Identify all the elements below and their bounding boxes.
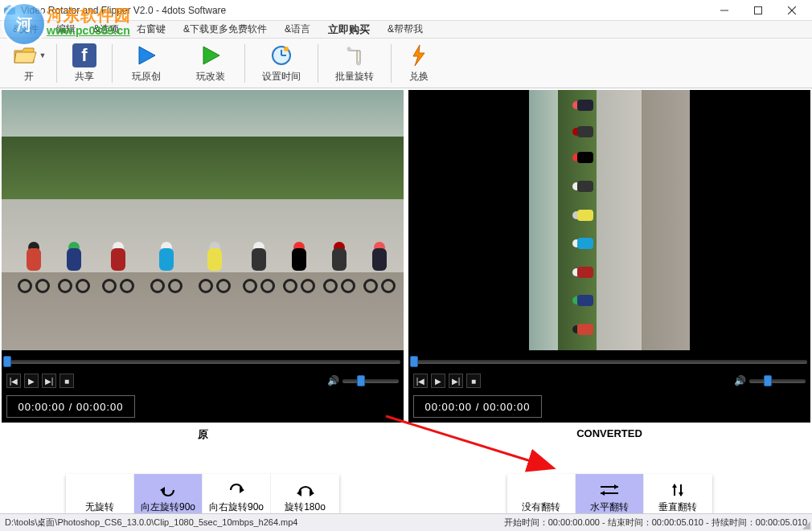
speaker-icon[interactable]: 🔊	[327, 375, 339, 386]
time-display-original: 00:00:00 / 00:00:00	[6, 395, 135, 418]
open-button[interactable]: ▼ 开	[3, 40, 55, 87]
rotate-right-icon	[226, 481, 247, 499]
flip-horizontal-icon	[598, 481, 621, 499]
menu-options[interactable]: &选项	[85, 21, 127, 38]
svg-marker-28	[672, 484, 677, 488]
facebook-icon: f	[72, 43, 97, 68]
resize-grip-icon[interactable]	[801, 520, 810, 529]
toolbar: ▼ 开 f 共享 玩原创 玩改装 设置时间 批量旋转	[0, 39, 812, 88]
minimize-button[interactable]	[707, 0, 741, 21]
play-modified-button[interactable]: 玩改装	[178, 40, 243, 87]
lightning-icon	[406, 43, 432, 68]
statusbar: D:\tools\桌面\Photoshop_CS6_13.0.0\Clip_10…	[0, 513, 812, 531]
next-button[interactable]: ▶|	[449, 374, 463, 388]
svg-rect-0	[4, 8, 15, 14]
menu-language[interactable]: &语言	[277, 21, 318, 38]
seekbar-converted[interactable]	[408, 352, 810, 370]
player-controls-original: |◀ ▶ ▶| ■ 🔊	[2, 371, 404, 390]
label-original: 原	[2, 423, 404, 447]
flip-vertical-icon	[669, 481, 687, 499]
prev-button[interactable]: |◀	[6, 374, 21, 388]
close-button[interactable]	[775, 0, 809, 21]
seekbar-original[interactable]	[2, 352, 404, 370]
svg-point-15	[357, 62, 361, 66]
video-panes: |◀ ▶ ▶| ■ 🔊 00:00:00 / 00:00:00	[0, 88, 812, 423]
play-blue-icon	[133, 43, 159, 68]
set-time-button[interactable]: 设置时间	[247, 40, 316, 87]
volume-slider[interactable]	[342, 379, 399, 383]
menu-file[interactable]: &文件	[5, 21, 47, 38]
convert-button[interactable]: 兑换	[393, 40, 445, 87]
stop-button[interactable]: ■	[466, 374, 481, 388]
speaker-icon[interactable]: 🔊	[734, 375, 746, 386]
svg-marker-16	[413, 45, 424, 66]
seek-thumb-icon[interactable]	[3, 356, 11, 367]
svg-point-13	[284, 47, 289, 51]
svg-marker-8	[139, 47, 155, 64]
time-display-converted: 00:00:00 / 00:00:00	[413, 395, 542, 418]
svg-text:f: f	[81, 45, 88, 65]
maximize-button[interactable]	[741, 0, 775, 21]
prev-button[interactable]: |◀	[413, 374, 428, 388]
scroll-icon	[342, 43, 367, 68]
svg-marker-26	[601, 491, 605, 496]
rotate-180-icon	[295, 481, 316, 499]
svg-marker-24	[614, 484, 618, 489]
svg-marker-1	[4, 5, 15, 8]
svg-rect-3	[755, 6, 762, 14]
folder-open-icon	[12, 43, 38, 68]
svg-point-14	[347, 47, 351, 51]
play-button[interactable]: ▶	[431, 374, 445, 388]
status-times: 开始时间：00:00:00.000 - 结束时间：00:00:05.010 - …	[504, 517, 807, 529]
player-controls-converted: |◀ ▶ ▶| ■ 🔊	[408, 371, 810, 390]
app-icon	[3, 4, 16, 17]
play-green-icon	[198, 43, 224, 68]
clock-icon	[269, 43, 294, 68]
label-converted: CONVERTED	[408, 423, 810, 447]
pane-labels: 原 CONVERTED	[0, 423, 812, 447]
rotate-left-icon	[158, 481, 178, 499]
volume-slider[interactable]	[749, 379, 806, 383]
next-button[interactable]: ▶|	[42, 374, 56, 388]
video-original[interactable]	[2, 90, 404, 350]
menu-rightclick[interactable]: 右窗键	[129, 21, 174, 38]
batch-rotate-button[interactable]: 批量旋转	[320, 40, 389, 87]
svg-marker-30	[679, 492, 683, 496]
titlebar: Video Rotator and Flipper V2.0 - 4dots S…	[0, 0, 812, 21]
status-path: D:\tools\桌面\Photoshop_CS6_13.0.0\Clip_10…	[5, 517, 504, 529]
pane-converted: |◀ ▶ ▶| ■ 🔊 00:00:00 / 00:00:00	[408, 90, 810, 423]
menu-buy-now[interactable]: 立即购买	[320, 21, 378, 39]
seek-thumb-icon[interactable]	[410, 356, 418, 367]
share-button[interactable]: f 共享	[59, 40, 110, 87]
pane-original: |◀ ▶ ▶| ■ 🔊 00:00:00 / 00:00:00	[2, 90, 404, 423]
play-button[interactable]: ▶	[24, 374, 39, 388]
window-title: Video Rotator and Flipper V2.0 - 4dots S…	[21, 5, 707, 16]
dropdown-arrow-icon[interactable]: ▼	[39, 51, 47, 59]
stop-button[interactable]: ■	[59, 374, 74, 388]
menu-download-more[interactable]: &下载更多免费软件	[175, 21, 275, 38]
video-converted[interactable]	[408, 90, 810, 350]
menubar: &文件 编辑 &选项 右窗键 &下载更多免费软件 &语言 立即购买 &帮帮我	[0, 21, 812, 39]
menu-help[interactable]: &帮帮我	[379, 21, 431, 38]
svg-marker-9	[203, 47, 219, 64]
menu-edit[interactable]: 编辑	[48, 21, 84, 38]
play-original-button[interactable]: 玩原创	[114, 40, 178, 87]
